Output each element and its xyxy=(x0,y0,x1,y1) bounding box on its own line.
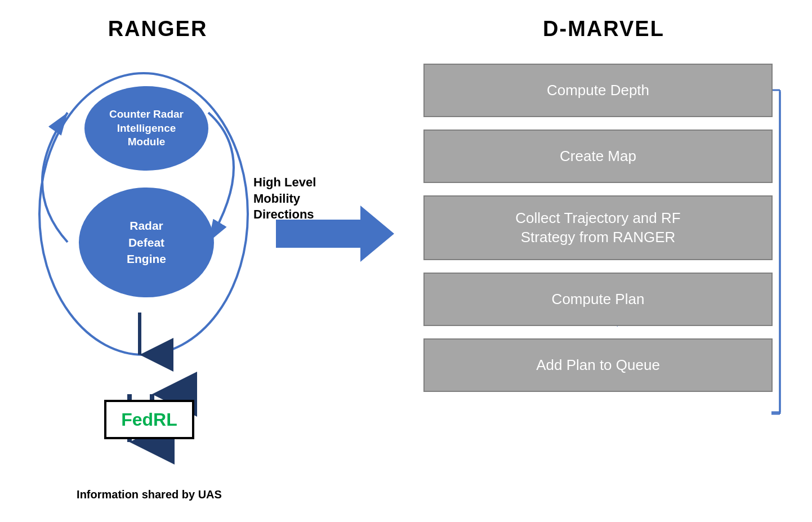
counter-radar-label: Counter Radar Intelligence Module xyxy=(109,108,184,149)
fedrl-box: FedRL xyxy=(104,400,194,439)
arrow-spacer-1 xyxy=(423,122,784,130)
arrow-spacer-3 xyxy=(423,265,784,273)
mobility-directions-label: High LevelMobilityDirections xyxy=(253,175,349,223)
info-shared-label: Information shared by UAS xyxy=(70,488,228,501)
create-map-label: Create Map xyxy=(560,147,636,166)
counter-radar-ellipse: Counter Radar Intelligence Module xyxy=(84,86,208,171)
compute-plan-box: Compute Plan xyxy=(423,273,773,326)
ranger-section: RANGER Counter Radar Intelligence Module… xyxy=(17,17,298,507)
collect-trajectory-label: Collect Trajectory and RFStrategy from R… xyxy=(515,209,680,247)
add-plan-label: Add Plan to Queue xyxy=(536,356,660,375)
create-map-box: Create Map xyxy=(423,130,773,183)
fedrl-label: FedRL xyxy=(121,409,177,430)
diagram-container: RANGER Counter Radar Intelligence Module… xyxy=(0,0,812,522)
radar-defeat-label: Radar Defeat Engine xyxy=(127,217,166,267)
add-plan-box: Add Plan to Queue xyxy=(423,338,773,392)
dmarvel-section: D-MARVEL Compute Depth Create Map Collec… xyxy=(407,17,801,507)
arrow-spacer-4 xyxy=(423,331,784,338)
compute-plan-label: Compute Plan xyxy=(552,290,645,309)
collect-trajectory-box: Collect Trajectory and RFStrategy from R… xyxy=(423,195,773,260)
compute-depth-box: Compute Depth xyxy=(423,64,773,117)
ranger-title: RANGER xyxy=(17,17,298,41)
circle-wrapper: Counter Radar Intelligence Module Radar … xyxy=(39,64,276,334)
radar-defeat-ellipse: Radar Defeat Engine xyxy=(79,188,214,297)
dmarvel-boxes: Compute Depth Create Map Collect Traject… xyxy=(423,64,784,392)
dmarvel-title: D-MARVEL xyxy=(407,17,801,41)
compute-depth-label: Compute Depth xyxy=(547,81,649,100)
arrow-spacer-2 xyxy=(423,188,784,195)
